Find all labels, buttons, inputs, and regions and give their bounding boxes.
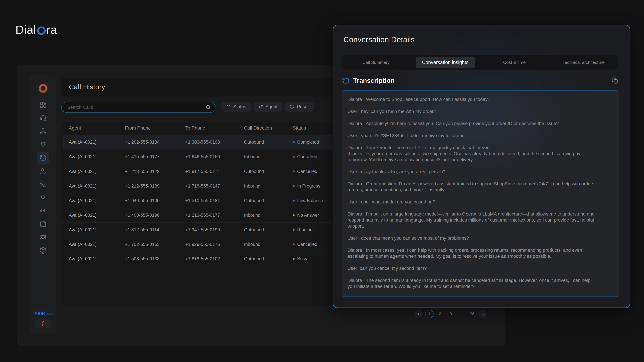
call-direction-cell: Outbound <box>244 169 293 174</box>
sidebar-item-flows[interactable] <box>37 125 49 137</box>
page-button-36[interactable]: 36 <box>468 310 476 318</box>
transcript-message: Dialora : Absolutely! I’m here to assist… <box>348 120 597 126</box>
filter-label: Agent <box>266 104 278 109</box>
agent-cell: Ava (AI-0021) <box>69 184 125 189</box>
filter-label: Reset <box>297 104 309 109</box>
call-direction-cell: Outbound <box>244 198 293 203</box>
history-icon <box>40 154 47 161</box>
page-button-2[interactable]: 2 <box>436 310 444 318</box>
logo-text-left: Dial <box>16 23 36 36</box>
status-label: Ringing <box>297 227 312 232</box>
to-phone-cell: +1 646-555-0150 <box>185 154 244 159</box>
usage-minutes: 200Kmin <box>33 311 53 317</box>
tab-technical-architecture[interactable]: Technical architecture <box>549 57 618 68</box>
status-dot <box>293 170 295 172</box>
sidebar-item-contacts[interactable] <box>37 165 49 177</box>
page-ellipsis[interactable]: ... <box>457 310 466 318</box>
transcript-message: User : okay thanks. also, are you a real… <box>348 169 597 175</box>
waveform-icon <box>40 207 47 214</box>
usage-unit: min <box>47 312 53 316</box>
sidebar-item-voice[interactable] <box>37 205 49 217</box>
search-input[interactable] <box>62 105 206 110</box>
dashed-o-icon <box>37 26 46 35</box>
from-phone-cell: +1 408-555-0190 <box>125 213 185 218</box>
sidebar-item-integrations[interactable] <box>37 191 49 203</box>
transcript-message: Dialora : Great question! I’m an AI-powe… <box>348 181 597 193</box>
sidebar-item-support[interactable] <box>37 112 49 124</box>
sidebar-item-calls[interactable] <box>37 178 49 190</box>
to-phone-cell: +1 510-555-0181 <box>185 198 244 203</box>
modal-title: Conversation Details <box>344 35 414 44</box>
funnel-icon <box>40 141 47 148</box>
transcript-message: User : does that mean you can solve most… <box>348 235 597 241</box>
transcript-message: Dialora : Welcome to ShopEase Support! H… <box>348 96 597 102</box>
page-button-1[interactable]: 1 <box>425 310 434 318</box>
from-phone-cell: +1 312-555-0114 <box>125 227 185 232</box>
agent-cell: Ava (AI-0021) <box>69 213 125 218</box>
tab-call-summery[interactable]: Call Summery <box>342 57 411 68</box>
sidebar-item-settings[interactable] <box>37 244 49 256</box>
from-phone-cell: +1 702-555-0155 <box>125 242 185 247</box>
to-phone-cell: +1 718-555-0147 <box>185 184 244 189</box>
tab-label: Cost & time <box>497 57 532 68</box>
agent-cell: Ava (AI-0021) <box>69 242 125 247</box>
conversation-details-modal: Conversation Details Call SummeryConvers… <box>333 25 630 308</box>
tab-label: Conversation insights <box>416 57 475 68</box>
sidebar-item-funnel[interactable] <box>37 138 49 150</box>
transcript-panel[interactable]: Dialora : Welcome to ShopEase Support! H… <box>342 90 619 297</box>
reset-filter-button[interactable]: Reset <box>285 102 314 112</box>
agent-cell: Ava (AI-0021) <box>69 169 125 174</box>
tab-label: Technical architecture <box>556 57 611 68</box>
transcript-message: User : cool. what model are you based on… <box>348 199 597 205</box>
status-label: Cancelled <box>297 154 317 159</box>
page-button-3[interactable]: 3 <box>446 310 455 318</box>
status-dot <box>293 185 295 187</box>
agent-filter-button[interactable]: Agent <box>254 102 282 112</box>
lightning-icon <box>40 321 46 326</box>
transcription-header: Transcription <box>342 76 618 86</box>
status-dot <box>293 258 295 260</box>
layout-dashboard-icon <box>40 101 47 108</box>
previous-page-button[interactable] <box>414 310 423 318</box>
chevron-left-icon <box>416 312 421 316</box>
column-header: Agent <box>69 125 125 131</box>
sidebar-item-calendar[interactable] <box>37 218 49 230</box>
usage-amount: 200K <box>33 311 46 317</box>
status-dot <box>293 156 295 158</box>
filter-label: Status <box>233 104 246 109</box>
call-direction-cell: Outbound <box>244 140 293 145</box>
status-label: Cancelled <box>297 242 317 247</box>
agent-cell: Ava (AI-0021) <box>69 140 125 145</box>
status-label: Low Balance <box>297 198 323 203</box>
tab-conversation-insights[interactable]: Conversation insights <box>411 57 480 68</box>
status-dot <box>293 200 295 202</box>
tab-cost-time[interactable]: Cost & time <box>480 57 549 68</box>
target-sparkle-icon <box>258 104 263 109</box>
from-phone-cell: +1 213-555-0122 <box>125 169 185 174</box>
copy-transcript-button[interactable] <box>612 77 618 84</box>
to-phone-cell: +1 929-555-0175 <box>185 242 244 247</box>
app-root: Dial ra Call History StatusAgentReset Ag… <box>0 0 644 362</box>
status-dot <box>293 243 295 245</box>
sidebar-item-ai-lab[interactable] <box>37 231 49 243</box>
to-phone-cell: +1 818-555-0102 <box>185 256 244 261</box>
rotate-ccw-icon <box>290 104 294 109</box>
sidebar-item-call-history[interactable] <box>37 152 49 164</box>
status-label: Completed <box>297 140 319 145</box>
transcript-message: Dialora : I’m built on a large language … <box>348 211 597 229</box>
modal-tabs: Call SummeryConversation insightsCost & … <box>342 55 618 69</box>
from-phone-cell: +1 503-555-0133 <box>125 256 185 261</box>
sidebar: 200Kmin <box>30 75 56 334</box>
status-filter-button[interactable]: Status <box>221 102 251 112</box>
agent-cell: Ava (AI-0021) <box>69 256 125 261</box>
status-label: In Progress <box>297 184 320 189</box>
call-direction-cell: Inbound <box>244 184 293 189</box>
agent-cell: Ava (AI-0021) <box>69 154 125 159</box>
tab-label: Call Summery <box>356 57 396 68</box>
call-direction-cell: Inbound <box>244 154 293 159</box>
dashed-circle-icon <box>226 104 231 109</box>
sidebar-item-dashboard[interactable] <box>37 99 49 111</box>
column-header: To Phone <box>185 125 244 131</box>
next-page-button[interactable] <box>479 310 487 318</box>
boost-button[interactable] <box>35 319 52 328</box>
